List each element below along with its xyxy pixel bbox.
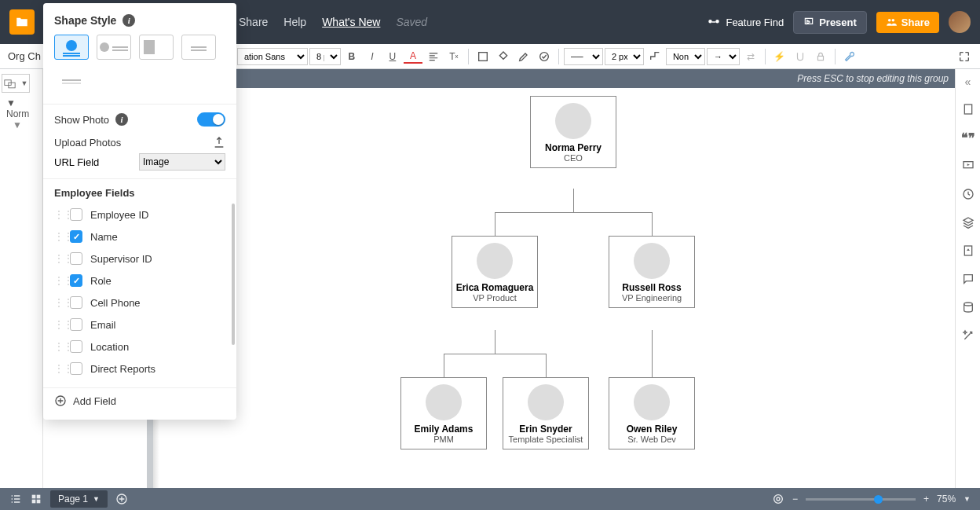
rail-magic-icon[interactable]	[961, 328, 975, 343]
field-checkbox[interactable]	[70, 340, 82, 353]
employee-name: Norma Perry	[534, 142, 612, 153]
info-icon[interactable]: i	[122, 14, 135, 27]
grid-view-icon[interactable]	[30, 493, 42, 505]
zoom-level[interactable]: 75%	[937, 493, 956, 504]
page-tab[interactable]: Page 1 ▼	[50, 490, 108, 508]
menu-share[interactable]: Share	[239, 16, 268, 28]
rail-chat-icon[interactable]	[961, 272, 975, 286]
font-family-select[interactable]: ation Sans	[237, 48, 308, 65]
field-row[interactable]: ⋮⋮ Direct Reports	[43, 358, 236, 380]
fullscreen-button[interactable]	[955, 47, 974, 66]
field-checkbox[interactable]	[70, 230, 82, 243]
org-card[interactable]: Russell Ross VP Engineering	[609, 236, 695, 308]
share-label: Share	[901, 17, 930, 28]
rail-document-icon[interactable]	[961, 102, 975, 116]
clear-format-button[interactable]: Tx	[444, 47, 463, 66]
action-button[interactable]: ⚡	[770, 47, 789, 66]
rail-comment-icon[interactable]: ❝❞	[961, 130, 975, 145]
drag-handle-icon[interactable]: ⋮⋮	[54, 253, 62, 264]
shape-tool-dropdown[interactable]: ▼	[2, 74, 30, 93]
target-icon[interactable]	[772, 493, 784, 505]
line-width-select[interactable]: 2 px	[605, 48, 644, 65]
italic-button[interactable]: I	[363, 47, 382, 66]
drag-handle-icon[interactable]: ⋮⋮	[54, 297, 62, 308]
field-checkbox[interactable]	[70, 296, 82, 309]
shape-style-photo-top[interactable]	[54, 35, 89, 60]
wrench-button[interactable]	[840, 47, 859, 66]
drag-handle-icon[interactable]: ⋮⋮	[54, 209, 62, 220]
add-field-button[interactable]: Add Field	[43, 387, 236, 413]
arrow-select[interactable]: →	[707, 48, 740, 65]
menu-whats-new[interactable]: What's New	[322, 16, 380, 28]
drag-handle-icon[interactable]: ⋮⋮	[54, 363, 62, 374]
fill-color-button[interactable]	[474, 47, 492, 66]
scrollbar-thumb[interactable]	[232, 204, 235, 345]
field-row[interactable]: ⋮⋮ Name	[43, 226, 236, 248]
outline-tree[interactable]: ▼ Norm ▼	[2, 97, 41, 130]
field-row[interactable]: ⋮⋮ Supervisor ID	[43, 248, 236, 270]
font-size-select[interactable]: 8 pt	[309, 48, 341, 65]
share-button[interactable]: Share	[876, 12, 939, 33]
rail-database-icon[interactable]	[961, 300, 975, 314]
line-color-button[interactable]	[514, 47, 533, 66]
field-checkbox[interactable]	[70, 274, 82, 287]
shape-style-split[interactable]	[139, 35, 174, 60]
zoom-in-button[interactable]: +	[923, 493, 929, 504]
org-card[interactable]: Erin Snyder Template Specialist	[503, 377, 589, 449]
drag-handle-icon[interactable]: ⋮⋮	[54, 341, 62, 352]
user-avatar[interactable]	[949, 11, 971, 33]
drag-handle-icon[interactable]: ⋮⋮	[54, 275, 62, 286]
rail-data-icon[interactable]	[961, 244, 975, 258]
rail-present-icon[interactable]	[961, 159, 975, 173]
field-checkbox[interactable]	[70, 318, 82, 331]
field-row[interactable]: ⋮⋮ Email	[43, 314, 236, 336]
app-logo[interactable]	[9, 9, 35, 35]
present-button[interactable]: Present	[793, 11, 867, 34]
underline-button[interactable]: U	[383, 47, 402, 66]
field-row[interactable]: ⋮⋮ Employee ID	[43, 204, 236, 226]
lock-button[interactable]	[811, 47, 830, 66]
add-page-button[interactable]	[115, 493, 128, 505]
field-checkbox[interactable]	[70, 208, 82, 221]
field-row[interactable]: ⋮⋮ Role	[43, 270, 236, 292]
org-card[interactable]: Emily Adams PMM	[400, 377, 487, 449]
menu-help[interactable]: Help	[283, 16, 306, 28]
rail-history-icon[interactable]	[961, 187, 975, 201]
bold-button[interactable]: B	[342, 47, 361, 66]
field-row[interactable]: ⋮⋮ Cell Phone	[43, 292, 236, 314]
line-style-select[interactable]: ──	[564, 48, 603, 65]
text-color-button[interactable]: A	[404, 50, 422, 64]
footer-right: − + 75% ▼	[772, 493, 971, 505]
upload-photos-row[interactable]: Upload Photos	[43, 134, 236, 150]
rail-layers-icon[interactable]	[961, 215, 975, 229]
shape-style-lines[interactable]	[181, 35, 216, 60]
shape-style-minimal[interactable]	[54, 68, 89, 93]
collapse-rail-button[interactable]: «	[965, 75, 971, 88]
zoom-slider[interactable]	[806, 498, 916, 501]
info-icon[interactable]: i	[115, 113, 128, 126]
svg-point-3	[540, 52, 549, 61]
field-row[interactable]: ⋮⋮ Total Reports	[43, 380, 236, 384]
url-field-select[interactable]: Image	[139, 153, 225, 171]
align-button[interactable]	[424, 47, 443, 66]
drag-handle-icon[interactable]: ⋮⋮	[54, 231, 62, 242]
shape-style-photo-left[interactable]	[97, 35, 131, 60]
magnet-button[interactable]	[791, 47, 810, 66]
drag-handle-icon[interactable]: ⋮⋮	[54, 319, 62, 330]
list-view-icon[interactable]	[9, 493, 22, 505]
swap-button[interactable]: ⇄	[741, 47, 760, 66]
show-photo-toggle[interactable]	[197, 112, 225, 127]
org-card[interactable]: Owen Riley Sr. Web Dev	[609, 377, 695, 449]
field-checkbox[interactable]	[70, 252, 82, 265]
line-end-select[interactable]: None	[666, 48, 705, 65]
bucket-button[interactable]	[494, 47, 513, 66]
org-card[interactable]: Erica Romaguera VP Product	[452, 236, 538, 308]
shape-style-button[interactable]	[535, 47, 554, 66]
feature-find-button[interactable]: Feature Find	[707, 15, 784, 29]
zoom-out-button[interactable]: −	[792, 493, 798, 504]
field-row[interactable]: ⋮⋮ Location	[43, 336, 236, 358]
line-route-button[interactable]	[645, 47, 664, 66]
document-title[interactable]: Org Ch	[6, 50, 47, 62]
field-checkbox[interactable]	[70, 362, 82, 375]
org-card[interactable]: Norma Perry CEO	[530, 96, 616, 168]
